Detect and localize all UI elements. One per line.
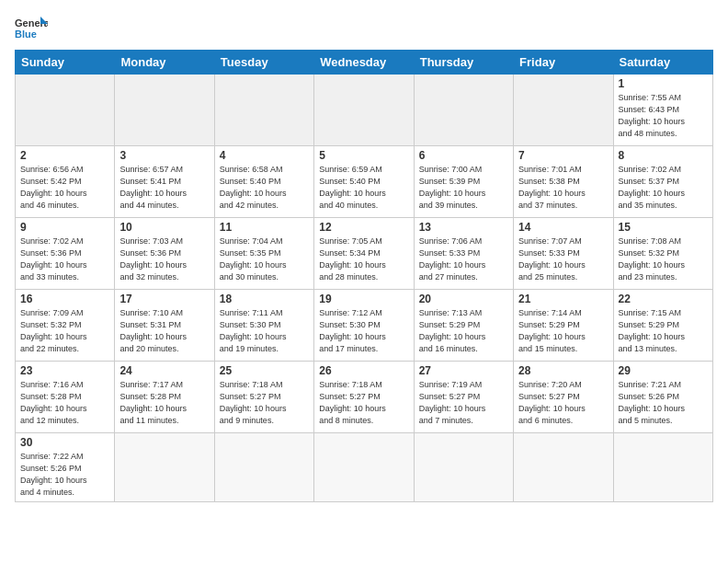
day-number: 16 <box>20 293 109 305</box>
calendar-table: SundayMondayTuesdayWednesdayThursdayFrid… <box>15 50 713 502</box>
day-number: 5 <box>319 149 408 162</box>
calendar-day-cell: 25Sunrise: 7:18 AM Sunset: 5:27 PM Dayli… <box>214 362 313 433</box>
weekday-header-friday: Friday <box>514 51 613 75</box>
day-info: Sunrise: 7:00 AM Sunset: 5:39 PM Dayligh… <box>419 164 508 212</box>
day-info: Sunrise: 7:12 AM Sunset: 5:30 PM Dayligh… <box>319 307 408 355</box>
day-number: 1 <box>619 77 708 90</box>
calendar-day-cell: 13Sunrise: 7:06 AM Sunset: 5:33 PM Dayli… <box>414 218 513 290</box>
calendar-day-cell: 4Sunrise: 6:58 AM Sunset: 5:40 PM Daylig… <box>214 146 313 218</box>
day-info: Sunrise: 7:13 AM Sunset: 5:29 PM Dayligh… <box>419 307 508 355</box>
calendar-day-cell <box>514 433 613 502</box>
weekday-header-tuesday: Tuesday <box>214 51 313 75</box>
calendar-day-cell: 2Sunrise: 6:56 AM Sunset: 5:42 PM Daylig… <box>16 146 115 218</box>
day-info: Sunrise: 7:11 AM Sunset: 5:30 PM Dayligh… <box>220 307 309 355</box>
calendar-day-cell: 10Sunrise: 7:03 AM Sunset: 5:36 PM Dayli… <box>115 218 214 290</box>
day-info: Sunrise: 7:20 AM Sunset: 5:27 PM Dayligh… <box>518 379 608 427</box>
day-number: 23 <box>20 364 109 377</box>
day-info: Sunrise: 7:21 AM Sunset: 5:26 PM Dayligh… <box>619 379 708 427</box>
day-info: Sunrise: 7:14 AM Sunset: 5:29 PM Dayligh… <box>518 307 608 355</box>
day-number: 12 <box>319 221 408 234</box>
calendar-day-cell: 26Sunrise: 7:18 AM Sunset: 5:27 PM Dayli… <box>314 362 414 433</box>
day-number: 22 <box>619 293 708 305</box>
calendar-day-cell <box>514 75 613 146</box>
day-info: Sunrise: 7:09 AM Sunset: 5:32 PM Dayligh… <box>20 307 109 355</box>
day-info: Sunrise: 7:55 AM Sunset: 6:43 PM Dayligh… <box>619 92 708 140</box>
weekday-header-saturday: Saturday <box>613 51 712 75</box>
day-number: 15 <box>619 221 708 234</box>
calendar-day-cell: 3Sunrise: 6:57 AM Sunset: 5:41 PM Daylig… <box>115 146 214 218</box>
day-info: Sunrise: 6:56 AM Sunset: 5:42 PM Dayligh… <box>20 164 109 212</box>
calendar-day-cell <box>16 75 115 146</box>
calendar-day-cell: 17Sunrise: 7:10 AM Sunset: 5:31 PM Dayli… <box>115 290 214 362</box>
day-info: Sunrise: 6:57 AM Sunset: 5:41 PM Dayligh… <box>119 164 209 212</box>
calendar-day-cell <box>115 433 214 502</box>
calendar-day-cell: 19Sunrise: 7:12 AM Sunset: 5:30 PM Dayli… <box>314 290 414 362</box>
day-info: Sunrise: 7:05 AM Sunset: 5:34 PM Dayligh… <box>319 236 408 283</box>
day-info: Sunrise: 7:04 AM Sunset: 5:35 PM Dayligh… <box>220 236 309 283</box>
day-number: 29 <box>619 364 708 377</box>
calendar-day-cell: 24Sunrise: 7:17 AM Sunset: 5:28 PM Dayli… <box>115 362 214 433</box>
svg-text:Blue: Blue <box>15 29 37 40</box>
calendar-week-row: 1Sunrise: 7:55 AM Sunset: 6:43 PM Daylig… <box>16 75 713 146</box>
day-number: 19 <box>319 293 408 305</box>
calendar-day-cell <box>414 75 513 146</box>
day-number: 30 <box>20 436 109 449</box>
weekday-header-sunday: Sunday <box>16 51 115 75</box>
day-number: 10 <box>119 221 209 234</box>
day-info: Sunrise: 7:08 AM Sunset: 5:32 PM Dayligh… <box>619 236 708 283</box>
day-info: Sunrise: 7:15 AM Sunset: 5:29 PM Dayligh… <box>619 307 708 355</box>
day-info: Sunrise: 7:02 AM Sunset: 5:37 PM Dayligh… <box>619 164 708 212</box>
day-info: Sunrise: 7:07 AM Sunset: 5:33 PM Dayligh… <box>518 236 608 283</box>
weekday-header-monday: Monday <box>115 51 214 75</box>
day-number: 14 <box>518 221 608 234</box>
generalblue-logo-icon: General Blue <box>15 15 48 40</box>
day-number: 2 <box>20 149 109 162</box>
calendar-day-cell: 27Sunrise: 7:19 AM Sunset: 5:27 PM Dayli… <box>414 362 513 433</box>
calendar-day-cell: 18Sunrise: 7:11 AM Sunset: 5:30 PM Dayli… <box>214 290 313 362</box>
day-number: 21 <box>518 293 608 305</box>
calendar-day-cell <box>214 75 313 146</box>
weekday-header-thursday: Thursday <box>414 51 513 75</box>
calendar-day-cell: 29Sunrise: 7:21 AM Sunset: 5:26 PM Dayli… <box>613 362 712 433</box>
calendar-day-cell: 11Sunrise: 7:04 AM Sunset: 5:35 PM Dayli… <box>214 218 313 290</box>
day-info: Sunrise: 7:02 AM Sunset: 5:36 PM Dayligh… <box>20 236 109 283</box>
calendar-day-cell: 6Sunrise: 7:00 AM Sunset: 5:39 PM Daylig… <box>414 146 513 218</box>
calendar-day-cell: 7Sunrise: 7:01 AM Sunset: 5:38 PM Daylig… <box>514 146 613 218</box>
day-number: 4 <box>220 149 309 162</box>
day-number: 13 <box>419 221 508 234</box>
calendar-day-cell: 9Sunrise: 7:02 AM Sunset: 5:36 PM Daylig… <box>16 218 115 290</box>
calendar-day-cell: 15Sunrise: 7:08 AM Sunset: 5:32 PM Dayli… <box>613 218 712 290</box>
calendar-day-cell <box>414 433 513 502</box>
day-info: Sunrise: 7:22 AM Sunset: 5:26 PM Dayligh… <box>20 451 109 499</box>
calendar-body: 1Sunrise: 7:55 AM Sunset: 6:43 PM Daylig… <box>16 75 713 502</box>
calendar-day-cell: 5Sunrise: 6:59 AM Sunset: 5:40 PM Daylig… <box>314 146 414 218</box>
day-number: 28 <box>518 364 608 377</box>
calendar-day-cell: 14Sunrise: 7:07 AM Sunset: 5:33 PM Dayli… <box>514 218 613 290</box>
day-info: Sunrise: 7:10 AM Sunset: 5:31 PM Dayligh… <box>119 307 209 355</box>
calendar-day-cell: 12Sunrise: 7:05 AM Sunset: 5:34 PM Dayli… <box>314 218 414 290</box>
day-number: 17 <box>119 293 209 305</box>
day-number: 24 <box>119 364 209 377</box>
day-info: Sunrise: 7:01 AM Sunset: 5:38 PM Dayligh… <box>518 164 608 212</box>
logo: General Blue <box>15 15 48 40</box>
day-info: Sunrise: 7:16 AM Sunset: 5:28 PM Dayligh… <box>20 379 109 427</box>
calendar-week-row: 16Sunrise: 7:09 AM Sunset: 5:32 PM Dayli… <box>16 290 713 362</box>
calendar-day-cell: 8Sunrise: 7:02 AM Sunset: 5:37 PM Daylig… <box>613 146 712 218</box>
calendar-day-cell <box>314 433 414 502</box>
calendar-day-cell <box>214 433 313 502</box>
calendar-day-cell: 30Sunrise: 7:22 AM Sunset: 5:26 PM Dayli… <box>16 433 115 502</box>
weekday-header-row: SundayMondayTuesdayWednesdayThursdayFrid… <box>16 51 713 75</box>
calendar-week-row: 2Sunrise: 6:56 AM Sunset: 5:42 PM Daylig… <box>16 146 713 218</box>
calendar-day-cell <box>314 75 414 146</box>
calendar-week-row: 30Sunrise: 7:22 AM Sunset: 5:26 PM Dayli… <box>16 433 713 502</box>
day-number: 7 <box>518 149 608 162</box>
day-info: Sunrise: 7:03 AM Sunset: 5:36 PM Dayligh… <box>119 236 209 283</box>
calendar-day-cell: 21Sunrise: 7:14 AM Sunset: 5:29 PM Dayli… <box>514 290 613 362</box>
calendar-week-row: 9Sunrise: 7:02 AM Sunset: 5:36 PM Daylig… <box>16 218 713 290</box>
day-info: Sunrise: 6:58 AM Sunset: 5:40 PM Dayligh… <box>220 164 309 212</box>
day-number: 6 <box>419 149 508 162</box>
day-info: Sunrise: 6:59 AM Sunset: 5:40 PM Dayligh… <box>319 164 408 212</box>
day-number: 25 <box>220 364 309 377</box>
day-number: 3 <box>119 149 209 162</box>
calendar-week-row: 23Sunrise: 7:16 AM Sunset: 5:28 PM Dayli… <box>16 362 713 433</box>
